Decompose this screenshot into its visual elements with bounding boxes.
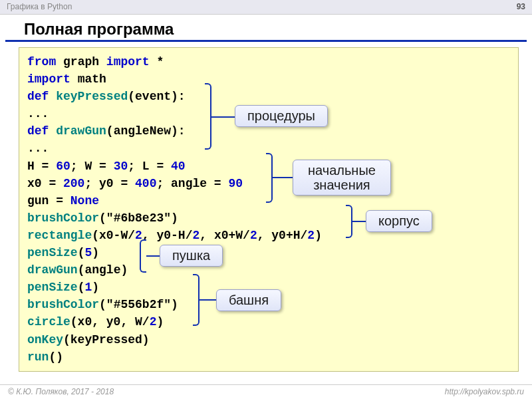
callout-tower: башня bbox=[216, 289, 281, 311]
callout-initial: начальные значения bbox=[293, 160, 391, 196]
code-line: brushColor("#6b8e23") bbox=[27, 209, 510, 227]
bracket-tower bbox=[193, 274, 200, 326]
bracket-gun bbox=[140, 239, 146, 273]
callout-procedures: процедуры bbox=[235, 105, 328, 127]
bracket-body bbox=[346, 205, 352, 238]
code-line: drawGun(angle) bbox=[27, 261, 510, 279]
code-line: circle(x0, y0, W/2) bbox=[27, 313, 510, 331]
connector bbox=[352, 221, 366, 222]
callout-gun: пушка bbox=[160, 245, 223, 267]
slide-footer: © К.Ю. Поляков, 2017 - 2018 http://kpoly… bbox=[0, 384, 532, 399]
page-number: 93 bbox=[517, 2, 525, 12]
code-line: run() bbox=[27, 348, 510, 366]
code-line: def keyPressed(event): bbox=[27, 88, 510, 105]
connector bbox=[211, 116, 235, 118]
code-line: penSize(5) bbox=[27, 244, 510, 261]
callout-body: корпус bbox=[366, 210, 432, 232]
code-line: onKey(keyPressed) bbox=[27, 331, 510, 348]
code-block: from graph import * import math def keyP… bbox=[19, 47, 519, 372]
code-line: import math bbox=[27, 70, 510, 88]
footer-left: © К.Ю. Поляков, 2017 - 2018 bbox=[8, 387, 114, 397]
code-line: from graph import * bbox=[27, 53, 510, 70]
connector bbox=[273, 177, 293, 178]
footer-right: http://kpolyakov.spb.ru bbox=[445, 387, 524, 397]
header-left: Графика в Python bbox=[7, 2, 72, 12]
slide-header: Графика в Python 93 bbox=[0, 0, 532, 15]
bracket-procedures bbox=[205, 83, 211, 150]
connector bbox=[200, 299, 216, 301]
slide-title: Полная программа bbox=[5, 15, 527, 42]
code-line: rectangle(x0-W/2, y0-H/2, x0+W/2, y0+H/2… bbox=[27, 227, 510, 244]
connector bbox=[146, 255, 160, 257]
bracket-initial bbox=[266, 153, 273, 203]
